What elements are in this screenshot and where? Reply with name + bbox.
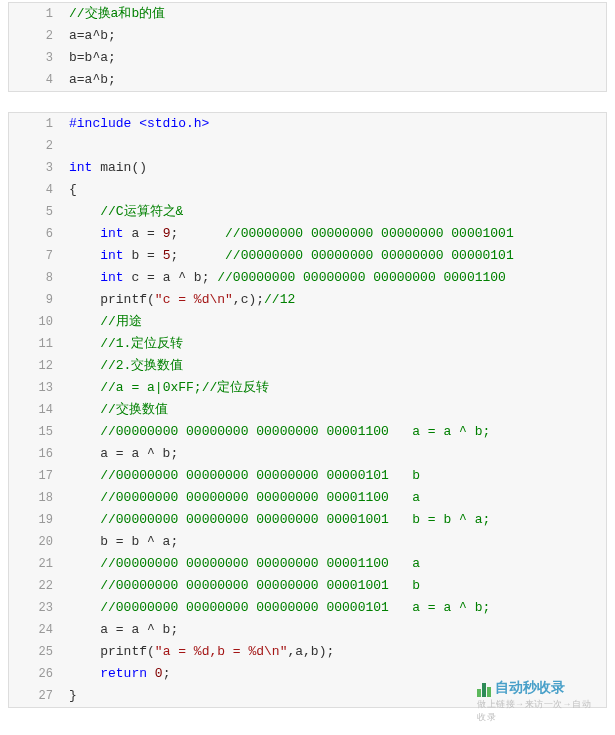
line-number: 14	[9, 399, 61, 421]
token: main()	[92, 160, 147, 175]
token: ;	[163, 666, 171, 681]
code-content: //2.交换数值	[61, 355, 606, 377]
token: int	[100, 270, 123, 285]
token: 0	[155, 666, 163, 681]
line-number: 3	[9, 157, 61, 179]
code-line: 4{	[9, 179, 606, 201]
token	[69, 556, 100, 571]
code-content: return 0;	[61, 663, 606, 685]
line-number: 3	[9, 47, 61, 69]
line-number: 2	[9, 135, 61, 157]
token: a = a ^ b;	[69, 622, 178, 637]
token: //交换a和b的值	[69, 6, 165, 21]
token: //12	[264, 292, 295, 307]
token: b = b ^ a;	[69, 534, 178, 549]
code-content: //00000000 00000000 00000000 00001001 b …	[61, 509, 606, 531]
code-line: 13 //a = a|0xFF;//定位反转	[9, 377, 606, 399]
line-number: 8	[9, 267, 61, 289]
line-number: 15	[9, 421, 61, 443]
token	[69, 248, 100, 263]
token: //00000000 00000000 00000000 00001100 a	[100, 490, 420, 505]
token	[69, 380, 100, 395]
token: //交换数值	[100, 402, 168, 417]
line-number: 20	[9, 531, 61, 553]
token	[69, 204, 100, 219]
line-number: 26	[9, 663, 61, 685]
code-content	[61, 135, 606, 157]
token: //2.交换数值	[100, 358, 183, 373]
token: //用途	[100, 314, 142, 329]
code-line: 6 int a = 9; //00000000 00000000 0000000…	[9, 223, 606, 245]
code-content: a = a ^ b;	[61, 619, 606, 641]
code-line: 8 int c = a ^ b; //00000000 00000000 000…	[9, 267, 606, 289]
token: }	[69, 688, 77, 703]
code-content: printf("a = %d,b = %d\n",a,b);	[61, 641, 606, 663]
line-number: 1	[9, 3, 61, 25]
code-content: }	[61, 685, 606, 707]
code-block: 1//交换a和b的值2a=a^b;3b=b^a;4a=a^b;	[8, 2, 607, 92]
token	[69, 270, 100, 285]
line-number: 4	[9, 179, 61, 201]
line-number: 16	[9, 443, 61, 465]
code-line: 4a=a^b;	[9, 69, 606, 91]
code-content: int b = 5; //00000000 00000000 00000000 …	[61, 245, 606, 267]
token: //00000000 00000000 00000000 00000101 b	[100, 468, 420, 483]
token	[69, 512, 100, 527]
code-line: 26 return 0;	[9, 663, 606, 685]
code-content: a=a^b;	[61, 69, 606, 91]
code-content: //00000000 00000000 00000000 00001100 a …	[61, 421, 606, 443]
token: //1.定位反转	[100, 336, 183, 351]
token	[69, 490, 100, 505]
code-content: //00000000 00000000 00000000 00000101 a …	[61, 597, 606, 619]
token: //00000000 00000000 00000000 00001100 a	[100, 556, 420, 571]
code-content: a=a^b;	[61, 25, 606, 47]
token: c = a ^ b;	[124, 270, 218, 285]
line-number: 5	[9, 201, 61, 223]
line-number: 22	[9, 575, 61, 597]
code-content: //00000000 00000000 00000000 00001100 a	[61, 487, 606, 509]
line-number: 21	[9, 553, 61, 575]
token	[69, 468, 100, 483]
token	[69, 600, 100, 615]
token	[69, 336, 100, 351]
token: ;	[170, 248, 225, 263]
line-number: 18	[9, 487, 61, 509]
line-number: 13	[9, 377, 61, 399]
line-number: 6	[9, 223, 61, 245]
token: a=a^b;	[69, 72, 116, 87]
code-line: 3int main()	[9, 157, 606, 179]
token: "c = %d\n"	[155, 292, 233, 307]
token: //00000000 00000000 00000000 00001001 b …	[100, 512, 490, 527]
code-line: 2a=a^b;	[9, 25, 606, 47]
line-number: 7	[9, 245, 61, 267]
token: printf(	[69, 292, 155, 307]
token	[69, 424, 100, 439]
code-content: //交换数值	[61, 399, 606, 421]
code-line: 20 b = b ^ a;	[9, 531, 606, 553]
token: return	[100, 666, 147, 681]
line-number: 1	[9, 113, 61, 135]
token: //00000000 00000000 00000000 00000101 a …	[100, 600, 490, 615]
code-line: 21 //00000000 00000000 00000000 00001100…	[9, 553, 606, 575]
code-line: 2	[9, 135, 606, 157]
code-line: 1#include <stdio.h>	[9, 113, 606, 135]
code-block: 1#include <stdio.h>23int main()4{5 //C运算…	[8, 112, 607, 708]
token: a =	[124, 226, 163, 241]
token: //C运算符之&	[100, 204, 183, 219]
line-number: 10	[9, 311, 61, 333]
code-line: 17 //00000000 00000000 00000000 00000101…	[9, 465, 606, 487]
code-content: {	[61, 179, 606, 201]
token: //00000000 00000000 00000000 00001001	[225, 226, 514, 241]
code-content: int a = 9; //00000000 00000000 00000000 …	[61, 223, 606, 245]
token	[147, 666, 155, 681]
token	[69, 226, 100, 241]
token: ,a,b);	[287, 644, 334, 659]
line-number: 2	[9, 25, 61, 47]
code-line: 11 //1.定位反转	[9, 333, 606, 355]
code-line: 27}	[9, 685, 606, 707]
code-content: //00000000 00000000 00000000 00001100 a	[61, 553, 606, 575]
token: //00000000 00000000 00000000 00001100 a …	[100, 424, 490, 439]
code-line: 15 //00000000 00000000 00000000 00001100…	[9, 421, 606, 443]
code-content: //1.定位反转	[61, 333, 606, 355]
token: {	[69, 182, 77, 197]
